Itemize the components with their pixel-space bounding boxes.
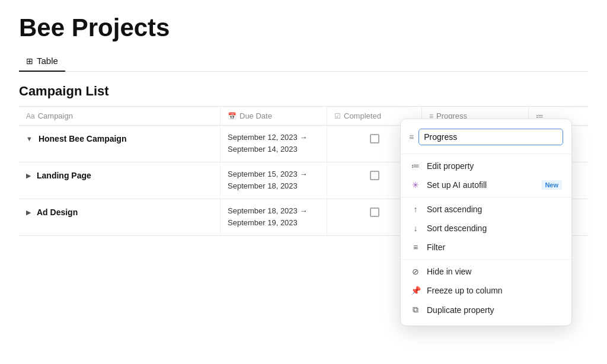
sort-descending-label: Sort descending: [427, 223, 562, 233]
tab-table[interactable]: ⊞ Table: [19, 51, 65, 72]
expand-arrow-1[interactable]: ▼: [26, 135, 33, 142]
checkbox-1[interactable]: [370, 134, 379, 143]
dropdown-field-icon: ≡: [409, 132, 414, 142]
filter-icon: ≡: [410, 242, 421, 252]
dropdown-item-hide-in-view[interactable]: ⊘ Hide in view: [401, 262, 571, 281]
dropdown-field-input[interactable]: [418, 129, 563, 145]
th-campaign: Aa Campaign: [19, 107, 221, 125]
page-title: Bee Projects: [19, 14, 588, 41]
dropdown-header: ≡: [401, 125, 571, 151]
dropdown-item-duplicate-property[interactable]: ⧉ Duplicate property: [401, 300, 571, 320]
td-due-date-2: September 15, 2023 →September 18, 2023: [221, 162, 327, 199]
th-due-date: 📅 Due Date: [221, 107, 327, 125]
ai-autofill-badge: New: [541, 180, 562, 190]
tab-table-label: Table: [37, 56, 58, 66]
td-due-date-3: September 18, 2023 →September 19, 2023: [221, 199, 327, 235]
divider-2: [401, 197, 571, 197]
dropdown-item-filter[interactable]: ≡ Filter: [401, 238, 571, 257]
checkbox-2[interactable]: [370, 171, 379, 180]
hide-in-view-icon: ⊘: [410, 267, 421, 276]
dropdown-item-ai-autofill[interactable]: ✳ Set up AI autofill New: [401, 175, 571, 194]
campaign-name-3: Ad Design: [37, 207, 78, 217]
dropdown-item-sort-ascending[interactable]: ↑ Sort ascending: [401, 200, 571, 219]
expand-arrow-3[interactable]: ▶: [26, 209, 31, 216]
campaign-name-1: Honest Bee Campaign: [39, 134, 127, 143]
section-title: Campaign List: [19, 84, 588, 99]
th-completed-icon: ☑: [334, 112, 341, 120]
dropdown-item-freeze-column[interactable]: 📌 Freeze up to column: [401, 281, 571, 300]
th-due-date-icon: 📅: [228, 112, 237, 120]
sort-ascending-icon: ↑: [410, 205, 421, 214]
td-campaign-1[interactable]: ▼ Honest Bee Campaign: [19, 126, 221, 162]
edit-property-icon: ≔: [410, 161, 421, 171]
freeze-column-icon: 📌: [410, 286, 421, 295]
edit-property-label: Edit property: [427, 161, 562, 171]
divider-3: [401, 259, 571, 260]
ai-autofill-icon: ✳: [410, 180, 421, 190]
freeze-column-label: Freeze up to column: [427, 286, 562, 295]
sort-descending-icon: ↓: [410, 223, 421, 233]
tabs-bar: ⊞ Table: [19, 51, 588, 72]
dropdown-item-edit-property[interactable]: ≔ Edit property: [401, 157, 571, 175]
dropdown-item-sort-descending[interactable]: ↓ Sort descending: [401, 219, 571, 238]
progress-dropdown: ≡ ≔ Edit property ✳ Set up AI autofill N…: [400, 119, 572, 326]
filter-label: Filter: [427, 242, 562, 252]
td-campaign-3[interactable]: ▶ Ad Design: [19, 199, 221, 235]
duplicate-property-icon: ⧉: [410, 305, 421, 315]
duplicate-property-label: Duplicate property: [427, 305, 562, 315]
th-campaign-icon: Aa: [26, 112, 35, 120]
checkbox-3[interactable]: [370, 207, 379, 217]
expand-arrow-2[interactable]: ▶: [26, 172, 31, 180]
ai-autofill-label: Set up AI autofill: [427, 180, 533, 190]
td-campaign-2[interactable]: ▶ Landing Page: [19, 162, 221, 199]
td-due-date-1: September 12, 2023 →September 14, 2023: [221, 126, 327, 162]
divider-1: [401, 154, 571, 154]
sort-ascending-label: Sort ascending: [427, 205, 562, 214]
page-wrapper: Bee Projects ⊞ Table Campaign List Aa Ca…: [0, 0, 607, 236]
table-tab-icon: ⊞: [26, 56, 33, 66]
campaign-name-2: Landing Page: [37, 171, 91, 180]
hide-in-view-label: Hide in view: [427, 267, 562, 276]
